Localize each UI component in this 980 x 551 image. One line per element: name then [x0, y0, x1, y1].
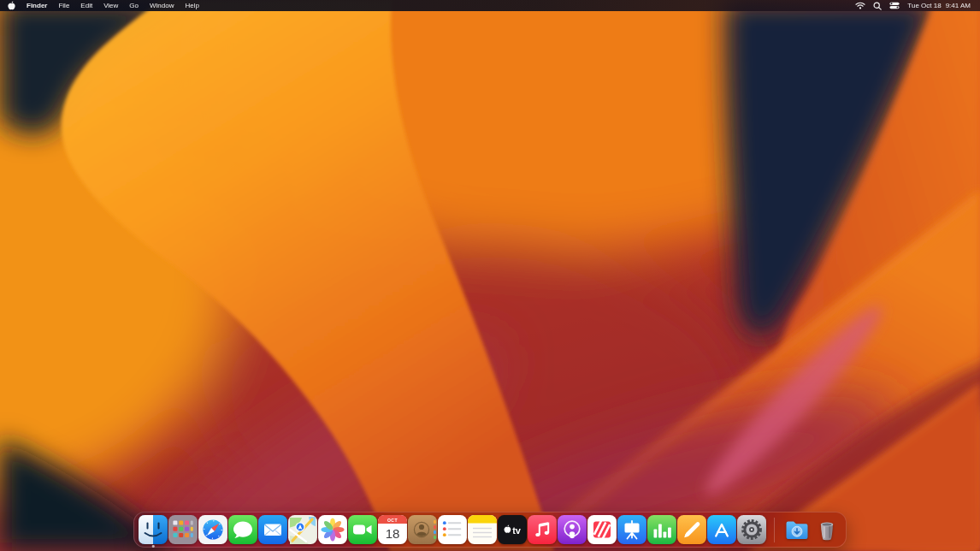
menu-view[interactable]: View — [103, 0, 118, 11]
menu-date: Tue Oct 18 — [907, 0, 941, 11]
menu-time: 9:41 AM — [946, 0, 971, 11]
dock-item-calendar[interactable]: OCT 18 — [378, 515, 407, 544]
facetime-icon — [348, 515, 377, 544]
calendar-icon: OCT 18 — [378, 515, 407, 544]
search-icon[interactable] — [873, 2, 882, 10]
dock-item-photos[interactable] — [318, 515, 347, 544]
dock-item-maps[interactable] — [288, 515, 317, 544]
maps-icon — [288, 515, 317, 544]
menu-bar: Finder File Edit View Go Window Help — [0, 0, 980, 11]
menu-help[interactable]: Help — [185, 0, 198, 11]
dock-item-messages[interactable] — [228, 515, 257, 544]
menu-file[interactable]: File — [58, 0, 69, 11]
menu-bar-right: Tue Oct 18 9:41 AM — [855, 0, 971, 11]
dock-item-trash[interactable] — [812, 515, 841, 544]
dock-item-tv[interactable]: tv — [498, 515, 527, 544]
desktop[interactable]: Finder File Edit View Go Window Help — [0, 0, 980, 551]
photos-icon — [318, 515, 347, 544]
dock-item-appstore[interactable] — [707, 515, 736, 544]
safari-icon — [198, 515, 227, 544]
tv-icon: tv — [498, 515, 527, 544]
calendar-month-label: OCT — [387, 518, 398, 523]
dock-item-notes[interactable] — [468, 515, 497, 544]
menu-window[interactable]: Window — [150, 0, 174, 11]
dock-item-podcasts[interactable] — [558, 515, 587, 544]
finder-icon — [139, 515, 168, 544]
dock-item-launchpad[interactable] — [168, 515, 198, 544]
apple-logo-icon — [8, 1, 15, 10]
dock-item-reminders[interactable] — [438, 515, 467, 544]
dock: OCT 18 — [133, 512, 847, 548]
calendar-day-label: 18 — [386, 526, 400, 541]
menu-clock[interactable]: Tue Oct 18 9:41 AM — [907, 0, 971, 11]
control-center-icon[interactable] — [889, 2, 900, 9]
system-settings-icon — [737, 515, 766, 544]
dock-item-safari[interactable] — [198, 515, 227, 544]
dock-divider — [774, 518, 775, 542]
music-icon — [528, 515, 557, 544]
menu-go[interactable]: Go — [129, 0, 139, 11]
dock-item-mail[interactable] — [258, 515, 287, 544]
messages-icon — [228, 515, 257, 544]
news-icon — [587, 515, 617, 544]
dock-item-keynote[interactable] — [617, 515, 646, 544]
menu-edit[interactable]: Edit — [80, 0, 92, 11]
dock-item-contacts[interactable] — [408, 515, 437, 544]
launchpad-icon — [168, 515, 198, 544]
finder-running-indicator — [152, 545, 155, 548]
apple-menu[interactable] — [8, 1, 15, 10]
keynote-icon — [617, 515, 646, 544]
menu-finder[interactable]: Finder — [27, 0, 47, 11]
dock-item-pages[interactable] — [677, 515, 706, 544]
downloads-folder-icon — [782, 515, 812, 544]
numbers-icon — [647, 515, 676, 544]
dock-item-system-settings[interactable] — [737, 515, 766, 544]
dock-item-downloads[interactable] — [782, 515, 812, 544]
contacts-icon — [408, 515, 437, 544]
wifi-icon[interactable] — [855, 2, 865, 9]
tv-label: tv — [512, 525, 522, 536]
dock-item-music[interactable] — [528, 515, 557, 544]
dock-item-numbers[interactable] — [647, 515, 676, 544]
pages-icon — [677, 515, 706, 544]
notes-icon — [468, 515, 497, 544]
mail-icon — [258, 515, 287, 544]
podcasts-icon — [558, 515, 587, 544]
dock-item-news[interactable] — [587, 515, 617, 544]
trash-icon — [812, 515, 841, 544]
menu-bar-left: Finder File Edit View Go Window Help — [8, 0, 199, 11]
reminders-icon — [438, 515, 467, 544]
wallpaper-ventura-abstract — [0, 0, 980, 551]
app-store-icon — [707, 515, 736, 544]
dock-item-finder[interactable] — [139, 515, 168, 544]
dock-item-facetime[interactable] — [348, 515, 377, 544]
